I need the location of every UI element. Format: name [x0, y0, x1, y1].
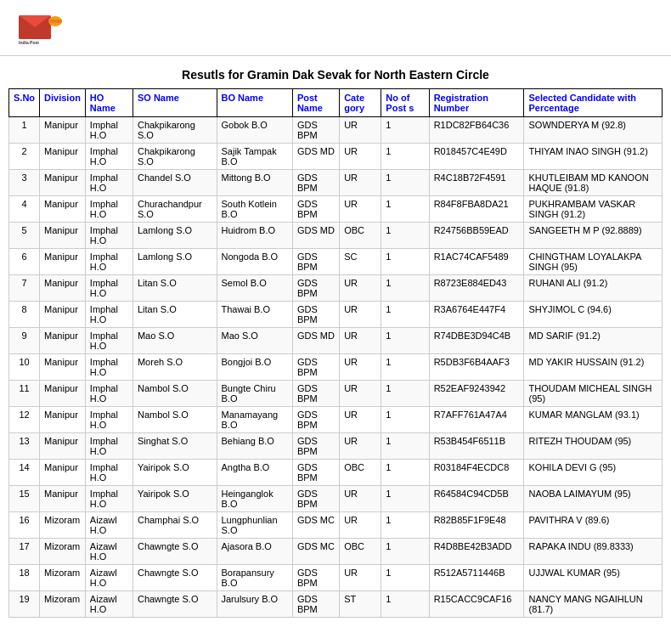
cell-registration_number: R018457C4E49D: [429, 144, 524, 170]
cell-registration_number: R64584C94CD5B: [429, 486, 524, 512]
cell-selected_candidate: CHINGTHAM LOYALAKPA SINGH (95): [524, 249, 663, 275]
cell-no_of_posts: 1: [381, 144, 429, 170]
table-row: 16MizoramAizawl H.OChamphai S.OLungphunl…: [9, 512, 663, 539]
cell-selected_candidate: MD YAKIR HUSSAIN (91.2): [524, 354, 663, 381]
cell-sno: 11: [9, 381, 40, 407]
cell-bo_name: Sajik Tampak B.O: [217, 144, 292, 170]
cell-selected_candidate: RITEZH THOUDAM (95): [524, 433, 663, 460]
cell-no_of_posts: 1: [381, 249, 429, 275]
cell-registration_number: R74DBE3D94C4B: [429, 328, 524, 354]
cell-registration_number: R03184F4ECDC8: [429, 460, 524, 486]
table-row: 13ManipurImphal H.OSinghat S.OBehiang B.…: [9, 433, 663, 460]
cell-no_of_posts: 1: [381, 407, 429, 433]
cell-post_name: GDS BPM: [292, 275, 339, 302]
cell-division: Manipur: [40, 249, 86, 275]
cell-division: Manipur: [40, 170, 86, 196]
cell-sno: 7: [9, 275, 40, 302]
cell-division: Manipur: [40, 144, 86, 170]
cell-no_of_posts: 1: [381, 381, 429, 407]
cell-ho_name: Imphal H.O: [85, 144, 133, 170]
cell-post_name: GDS BPM: [292, 486, 339, 512]
col-sno: S.No: [9, 89, 40, 117]
cell-registration_number: R24756BB59EAD: [429, 223, 524, 249]
cell-bo_name: Angtha B.O: [217, 460, 292, 486]
cell-ho_name: Aizawl H.O: [85, 591, 133, 618]
cell-ho_name: Aizawl H.O: [85, 565, 133, 591]
col-post-name: Post Name: [292, 89, 339, 117]
cell-ho_name: Imphal H.O: [85, 196, 133, 223]
cell-selected_candidate: SOWNDERYA M (92.8): [524, 117, 663, 144]
cell-division: Manipur: [40, 486, 86, 512]
svg-text:India Post: India Post: [19, 40, 39, 45]
cell-so_name: Chandel S.O: [133, 170, 217, 196]
cell-so_name: Nambol S.O: [133, 381, 217, 407]
table-row: 3ManipurImphal H.OChandel S.OMittong B.O…: [9, 170, 663, 196]
cell-post_name: GDS BPM: [292, 249, 339, 275]
cell-so_name: Chawngte S.O: [133, 539, 217, 565]
cell-category: UR: [340, 144, 381, 170]
cell-post_name: GDS BPM: [292, 591, 339, 618]
table-row: 1ManipurImphal H.OChakpikarong S.OGobok …: [9, 117, 663, 144]
table-row: 18MizoramAizawl H.OChawngte S.OBorapansu…: [9, 565, 663, 591]
cell-division: Manipur: [40, 460, 86, 486]
cell-category: UR: [340, 381, 381, 407]
cell-registration_number: R4C18B72F4591: [429, 170, 524, 196]
table-header-row: S.No Division HO Name SO Name BO Name Po…: [9, 89, 663, 117]
cell-registration_number: R84F8FBA8DA21: [429, 196, 524, 223]
cell-so_name: Churachandpur S.O: [133, 196, 217, 223]
cell-registration_number: R53B454F6511B: [429, 433, 524, 460]
cell-category: UR: [340, 565, 381, 591]
cell-division: Manipur: [40, 117, 86, 144]
cell-post_name: GDS MC: [292, 512, 339, 539]
cell-so_name: Nambol S.O: [133, 407, 217, 433]
cell-no_of_posts: 1: [381, 196, 429, 223]
cell-selected_candidate: SANGEETH M P (92.8889): [524, 223, 663, 249]
cell-selected_candidate: KOHILA DEVI G (95): [524, 460, 663, 486]
table-row: 9ManipurImphal H.OMao S.OMao S.OGDS MDUR…: [9, 328, 663, 354]
cell-no_of_posts: 1: [381, 223, 429, 249]
cell-so_name: Lamlong S.O: [133, 223, 217, 249]
cell-category: OBC: [340, 460, 381, 486]
col-bo-name: BO Name: [217, 89, 292, 117]
col-division: Division: [40, 89, 86, 117]
cell-division: Mizoram: [40, 512, 86, 539]
cell-category: UR: [340, 196, 381, 223]
cell-so_name: Lamlong S.O: [133, 249, 217, 275]
cell-bo_name: Bongjoi B.O: [217, 354, 292, 381]
cell-division: Manipur: [40, 354, 86, 381]
cell-ho_name: Imphal H.O: [85, 275, 133, 302]
cell-sno: 9: [9, 328, 40, 354]
cell-sno: 4: [9, 196, 40, 223]
cell-division: Manipur: [40, 196, 86, 223]
cell-no_of_posts: 1: [381, 591, 429, 618]
cell-category: UR: [340, 117, 381, 144]
col-so-name: SO Name: [133, 89, 217, 117]
cell-category: OBC: [340, 223, 381, 249]
cell-category: UR: [340, 354, 381, 381]
table-row: 17MizoramAizawl H.OChawngte S.OAjasora B…: [9, 539, 663, 565]
table-row: 12ManipurImphal H.ONambol S.OManamayang …: [9, 407, 663, 433]
col-reg-number: Registration Number: [429, 89, 524, 117]
cell-ho_name: Imphal H.O: [85, 407, 133, 433]
table-row: 5ManipurImphal H.OLamlong S.OHuidrom B.O…: [9, 223, 663, 249]
cell-selected_candidate: KHUTLEIBAM MD KANOON HAQUE (91.8): [524, 170, 663, 196]
cell-post_name: GDS BPM: [292, 117, 339, 144]
title-text: Resutls for Gramin Dak Sevak for North E…: [182, 68, 489, 82]
cell-no_of_posts: 1: [381, 275, 429, 302]
col-selected-candidate: Selected Candidate with Percentage: [524, 89, 663, 117]
cell-bo_name: Semol B.O: [217, 275, 292, 302]
cell-sno: 18: [9, 565, 40, 591]
cell-selected_candidate: KUMAR MANGLAM (93.1): [524, 407, 663, 433]
cell-sno: 15: [9, 486, 40, 512]
cell-so_name: Mao S.O: [133, 328, 217, 354]
table-row: 4ManipurImphal H.OChurachandpur S.OSouth…: [9, 196, 663, 223]
cell-bo_name: Gobok B.O: [217, 117, 292, 144]
cell-post_name: GDS BPM: [292, 433, 339, 460]
table-row: 19MizoramAizawl H.OChawngte S.OJarulsury…: [9, 591, 663, 618]
cell-so_name: Moreh S.O: [133, 354, 217, 381]
cell-so_name: Chawngte S.O: [133, 565, 217, 591]
cell-bo_name: Bungte Chiru B.O: [217, 381, 292, 407]
cell-bo_name: Heinganglok B.O: [217, 486, 292, 512]
cell-bo_name: Thawai B.O: [217, 302, 292, 328]
cell-category: OBC: [340, 539, 381, 565]
